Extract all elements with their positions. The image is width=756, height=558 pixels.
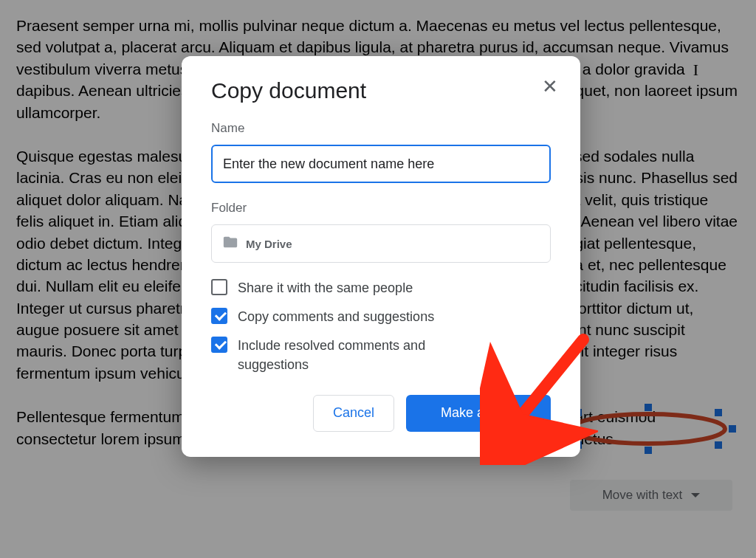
checkbox-label: Copy comments and suggestions	[238, 308, 434, 326]
cancel-button[interactable]: Cancel	[313, 395, 394, 432]
folder-icon	[222, 234, 238, 253]
folder-name: My Drive	[246, 238, 292, 250]
copy-comments-checkbox[interactable]: Copy comments and suggestions	[211, 308, 551, 326]
chevron-down-icon	[691, 493, 700, 497]
name-label: Name	[211, 121, 551, 136]
folder-picker[interactable]: My Drive	[211, 224, 551, 263]
checkbox-label: Include resolved comments and suggestion…	[238, 337, 489, 373]
share-same-people-checkbox[interactable]: Share it with the same people	[211, 279, 551, 297]
image-wrap-label: Move with text	[602, 486, 683, 504]
text-cursor-icon: I	[693, 59, 698, 82]
close-icon[interactable]: ✕	[542, 77, 558, 96]
options-group: Share it with the same people Copy comme…	[211, 279, 551, 374]
dialog-title: Copy document	[211, 78, 551, 103]
dialog-buttons: Cancel Make a copy	[211, 395, 551, 432]
checkbox-icon	[211, 308, 227, 324]
folder-label: Folder	[211, 201, 551, 216]
make-a-copy-button[interactable]: Make a copy	[406, 395, 551, 432]
copy-document-dialog: Copy document ✕ Name Folder My Drive Sha…	[182, 56, 580, 457]
checkbox-label: Share it with the same people	[238, 279, 413, 297]
checkbox-icon	[211, 337, 227, 353]
image-wrap-dropdown[interactable]: Move with text	[570, 480, 732, 511]
checkbox-icon	[211, 279, 227, 295]
include-resolved-checkbox[interactable]: Include resolved comments and suggestion…	[211, 337, 551, 373]
document-name-input[interactable]	[211, 145, 551, 183]
